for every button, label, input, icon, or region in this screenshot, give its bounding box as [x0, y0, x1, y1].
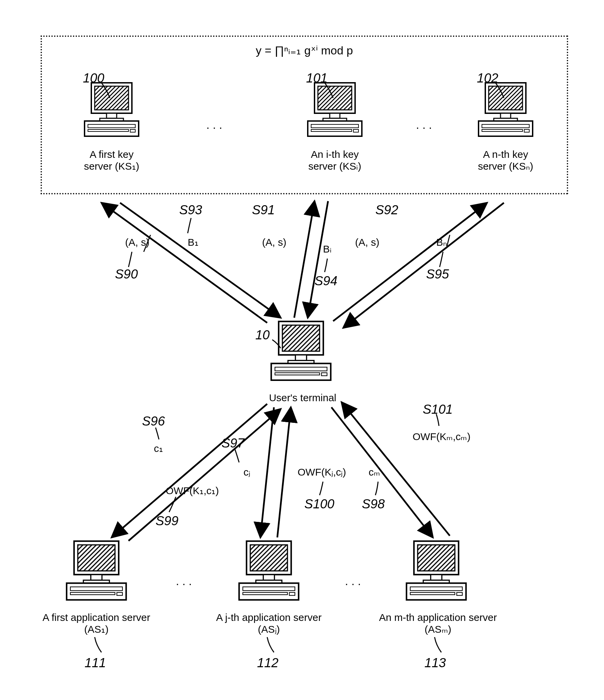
- svg-rect-21: [482, 124, 529, 128]
- svg-rect-36: [67, 583, 126, 600]
- svg-rect-31: [322, 373, 327, 376]
- svg-rect-10: [330, 113, 340, 118]
- msg-S101: OWF(Kₘ,cₘ): [413, 431, 470, 443]
- ks1-computer-icon: [78, 79, 145, 148]
- msg-S90: (A, s): [125, 237, 149, 248]
- svg-rect-37: [70, 587, 122, 590]
- svg-rect-20: [479, 121, 533, 136]
- step-S91: S91: [252, 203, 275, 218]
- step-S94: S94: [315, 274, 338, 289]
- ksi-computer-icon: [301, 79, 369, 148]
- svg-rect-18: [501, 113, 511, 118]
- msg-S91: (A, s): [262, 237, 286, 248]
- ksi-ref: 101: [306, 71, 327, 86]
- ellipsis-ks-2: . . .: [416, 118, 432, 131]
- ksn-computer-icon: [472, 79, 539, 148]
- step-S92: S92: [375, 203, 398, 218]
- ks1-ref: 100: [83, 71, 104, 86]
- step-S96: S96: [142, 414, 165, 429]
- svg-rect-55: [457, 593, 463, 596]
- svg-rect-45: [243, 587, 295, 590]
- svg-rect-13: [311, 124, 358, 128]
- svg-rect-6: [88, 129, 129, 131]
- asm-ref: 113: [424, 656, 446, 671]
- step-S93: S93: [179, 203, 202, 218]
- user-terminal-ref: 10: [255, 328, 270, 343]
- svg-rect-39: [117, 593, 123, 596]
- svg-rect-26: [296, 355, 307, 361]
- svg-line-59: [308, 201, 328, 318]
- svg-rect-54: [410, 593, 455, 595]
- svg-line-60: [333, 203, 487, 321]
- svg-rect-47: [289, 593, 295, 596]
- formula-text: y = ∏ⁿᵢ₌₁ gˣⁱ mod p: [237, 44, 372, 57]
- svg-line-65: [277, 407, 291, 537]
- svg-rect-12: [308, 121, 362, 136]
- ks1-label: A first key server (KS₁): [78, 149, 145, 172]
- svg-rect-29: [275, 367, 327, 371]
- msg-S96: c₁: [154, 443, 163, 455]
- svg-rect-49: [418, 545, 455, 571]
- ellipsis-as-2: . . .: [345, 575, 361, 588]
- ksi-label: An i-th key server (KSᵢ): [301, 149, 369, 172]
- svg-rect-33: [78, 545, 115, 571]
- svg-line-56: [101, 203, 267, 323]
- svg-line-58: [294, 201, 315, 318]
- svg-rect-46: [243, 593, 287, 595]
- step-S101: S101: [423, 402, 453, 417]
- asj-computer-icon: [232, 537, 306, 613]
- ellipsis-as-1: . . .: [176, 575, 192, 588]
- msg-S98: cₘ: [369, 466, 380, 478]
- svg-line-61: [343, 203, 504, 328]
- step-S95: S95: [426, 267, 449, 282]
- ksn-label: A n-th key server (KSₙ): [472, 149, 539, 172]
- asj-ref: 112: [257, 656, 278, 671]
- svg-rect-28: [271, 363, 331, 380]
- msg-S100: OWF(Kⱼ,cⱼ): [298, 466, 346, 478]
- svg-rect-30: [275, 373, 320, 375]
- svg-rect-4: [85, 121, 139, 136]
- msg-S95: Bₙ: [436, 237, 447, 248]
- svg-rect-22: [482, 129, 522, 131]
- svg-rect-34: [91, 575, 102, 580]
- svg-rect-38: [70, 593, 115, 595]
- as1-ref: 111: [85, 656, 106, 671]
- svg-rect-15: [353, 129, 358, 132]
- svg-rect-42: [263, 575, 275, 580]
- as1-computer-icon: [59, 537, 134, 613]
- svg-rect-17: [489, 86, 522, 110]
- svg-rect-2: [107, 113, 117, 118]
- svg-rect-14: [311, 129, 352, 131]
- user-terminal-label: User's terminal: [265, 392, 340, 404]
- asm-computer-icon: [399, 537, 473, 613]
- svg-rect-25: [282, 325, 320, 351]
- svg-line-66: [331, 407, 433, 537]
- ksn-ref: 102: [477, 71, 498, 86]
- svg-rect-9: [318, 86, 352, 110]
- msg-S97: cⱼ: [243, 466, 250, 478]
- svg-rect-1: [95, 86, 129, 110]
- asm-label: An m-th application server (ASₘ): [374, 612, 502, 635]
- svg-rect-41: [250, 545, 287, 571]
- svg-rect-52: [406, 583, 466, 600]
- ellipsis-ks-1: . . .: [206, 118, 222, 131]
- svg-rect-50: [431, 575, 442, 580]
- diagram-stage: y = ∏ⁿᵢ₌₁ gˣⁱ mod p 100 A first key serv…: [0, 0, 604, 700]
- msg-S94: Bᵢ: [323, 243, 331, 255]
- asj-label: A j-th application server (ASⱼ): [210, 612, 328, 635]
- msg-S92: (A, s): [355, 237, 379, 248]
- msg-S99: OWF(K₁,c₁): [166, 485, 219, 497]
- svg-line-57: [120, 203, 281, 318]
- step-S98: S98: [362, 497, 385, 512]
- svg-rect-7: [130, 129, 135, 132]
- svg-rect-5: [88, 124, 135, 128]
- as1-label: A first application server (AS₁): [37, 612, 156, 635]
- svg-rect-53: [410, 587, 462, 590]
- step-S90: S90: [115, 267, 138, 282]
- step-S99: S99: [156, 514, 179, 529]
- step-S100: S100: [304, 497, 334, 512]
- svg-rect-44: [239, 583, 299, 600]
- svg-line-64: [260, 407, 274, 537]
- svg-line-67: [342, 402, 450, 536]
- user-terminal-computer-icon: [264, 318, 338, 393]
